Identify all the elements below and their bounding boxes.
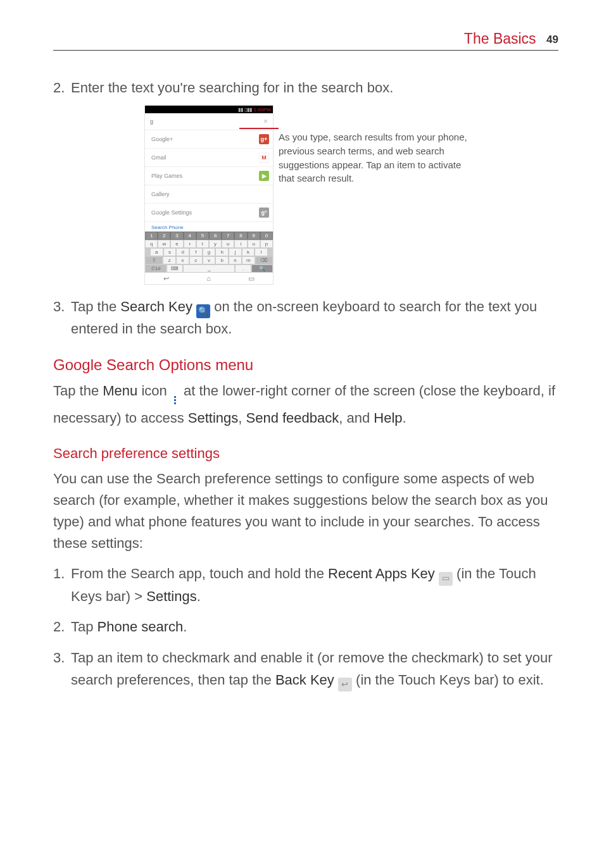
kb-key: c [189, 256, 203, 264]
t: From the Search app, touch and hold the [71, 566, 328, 581]
page-header: The Basics 49 [53, 30, 558, 51]
suggestion-row: Gmail M [145, 149, 273, 167]
search-key-icon: 🔍 [196, 304, 210, 318]
callout-text: As you type, search results from your ph… [279, 132, 467, 183]
t: , [238, 410, 246, 426]
back-key-label: Back Key [275, 672, 334, 688]
kb-key: u [222, 240, 234, 248]
signal-icon: ▮▮ ▯▮▮ [238, 107, 252, 113]
kb-row-3: ⇧ zxcvbnm ⌫ [145, 256, 273, 264]
t: Tap [71, 619, 98, 635]
kb-key: 3 [170, 232, 183, 240]
kb-row-2: asdfghjkl [145, 248, 273, 256]
step-text: Enter the text you're searching for in t… [71, 77, 558, 99]
pref-step-2: 2. Tap Phone search. [53, 616, 558, 638]
menu-icon [171, 394, 180, 407]
t: icon [137, 383, 171, 399]
kb-row-4: ©1# ⌨ ⎯ . 🔍 [145, 264, 273, 273]
menu-label: Menu [103, 383, 137, 399]
pref-step-3: 3. Tap an item to checkmark and enable i… [53, 647, 558, 691]
settings-label: Settings [146, 588, 197, 604]
t: . [197, 588, 201, 604]
step-text: Tap an item to checkmark and enable it (… [71, 647, 558, 691]
kb-key: 9 [248, 232, 260, 240]
step-text: Tap the Search Key 🔍 on the on-screen ke… [71, 296, 558, 340]
send-feedback-label: Send feedback [246, 410, 339, 426]
kb-key: x [176, 256, 189, 264]
suggestion-label: Google+ [151, 136, 173, 142]
section-title: The Basics [464, 30, 536, 47]
kb-key: l [255, 248, 268, 256]
step-number: 1. [53, 563, 71, 607]
kb-key: q [145, 240, 158, 248]
heading-pref-settings: Search preference settings [53, 445, 558, 462]
figure-row: ▮▮ ▯▮▮ 1:00PM g × Google+ g+ Gmail M Pla… [53, 105, 558, 285]
figure-callout: As you type, search results from your ph… [279, 130, 469, 185]
gmail-icon: M [259, 152, 269, 163]
kb-key: k [242, 248, 255, 256]
callout-leader-line [239, 128, 279, 129]
pref-paragraph: You can use the Search preference settin… [53, 468, 558, 554]
t: Tap the [53, 383, 103, 399]
kb-key: n [229, 256, 242, 264]
search-value: g [150, 118, 153, 125]
help-label: Help [374, 410, 402, 426]
options-paragraph: Tap the Menu icon at the lower-right cor… [53, 380, 558, 429]
kb-key: t [196, 240, 209, 248]
kb-key: p [260, 240, 273, 248]
phone-nav-bar: ↩ ⌂ ▭ [145, 273, 273, 284]
t: (in the Touch Keys bar) to exit. [352, 672, 544, 688]
phone-screenshot: ▮▮ ▯▮▮ 1:00PM g × Google+ g+ Gmail M Pla… [144, 105, 274, 285]
suggestion-row: Google+ g+ [145, 130, 273, 149]
step-3: 3. Tap the Search Key 🔍 on the on-screen… [53, 296, 558, 340]
recent-apps-key-icon: ▭ [439, 572, 453, 586]
step-2: 2. Enter the text you're searching for i… [53, 77, 558, 99]
step-number: 3. [53, 647, 71, 691]
play-games-icon: ▶ [259, 171, 269, 181]
kb-key: 2 [158, 232, 170, 240]
phone-status-bar: ▮▮ ▯▮▮ 1:00PM [145, 106, 273, 113]
heading-options-menu: Google Search Options menu [53, 356, 558, 374]
t: . [403, 410, 406, 426]
page-number: 49 [546, 34, 558, 46]
suggestion-row: Google Settings g° [145, 204, 273, 222]
pref-steps: 1. From the Search app, touch and hold t… [53, 563, 558, 691]
kb-sym: ©1# [145, 264, 167, 273]
kb-key: 6 [209, 232, 222, 240]
kb-key: e [170, 240, 183, 248]
kb-key: o [248, 240, 260, 248]
kb-key: 0 [260, 232, 273, 240]
kb-key: a [150, 248, 163, 256]
step-text: Tap Phone search. [71, 616, 558, 638]
step-number: 3. [53, 296, 71, 340]
nav-recent-icon: ▭ [248, 275, 255, 283]
kb-shift: ⇧ [145, 256, 163, 264]
kb-key: 5 [196, 232, 209, 240]
phone-search-label: Phone search [98, 619, 184, 635]
kb-key: g [203, 248, 216, 256]
kb-key: w [158, 240, 170, 248]
kb-key: i [234, 240, 247, 248]
kb-key: s [163, 248, 177, 256]
google-settings-icon: g° [259, 208, 269, 218]
kb-key: r [184, 240, 196, 248]
kb-dot: . [235, 264, 251, 273]
settings-label: Settings [188, 410, 239, 426]
google-plus-icon: g+ [259, 134, 269, 144]
suggestion-label: Gmail [151, 154, 167, 161]
gallery-icon: ◪ [259, 189, 269, 199]
nav-back-icon: ↩ [163, 275, 169, 283]
kb-key: b [215, 256, 229, 264]
t: . [183, 619, 187, 635]
kb-key: 1 [145, 232, 158, 240]
kb-key: 8 [234, 232, 247, 240]
back-key-icon: ↩ [338, 678, 352, 691]
kb-key: v [203, 256, 216, 264]
kb-key: h [215, 248, 229, 256]
t: , and [339, 410, 374, 426]
kb-key: y [209, 240, 222, 248]
suggestion-row: Play Games ▶ [145, 167, 273, 185]
search-phone-label: Search Phone [145, 222, 273, 232]
step-number: 2. [53, 77, 71, 99]
phone-keyboard: 1234567890 qwertyuiop asdfghjkl ⇧ zxcvbn… [145, 232, 273, 273]
